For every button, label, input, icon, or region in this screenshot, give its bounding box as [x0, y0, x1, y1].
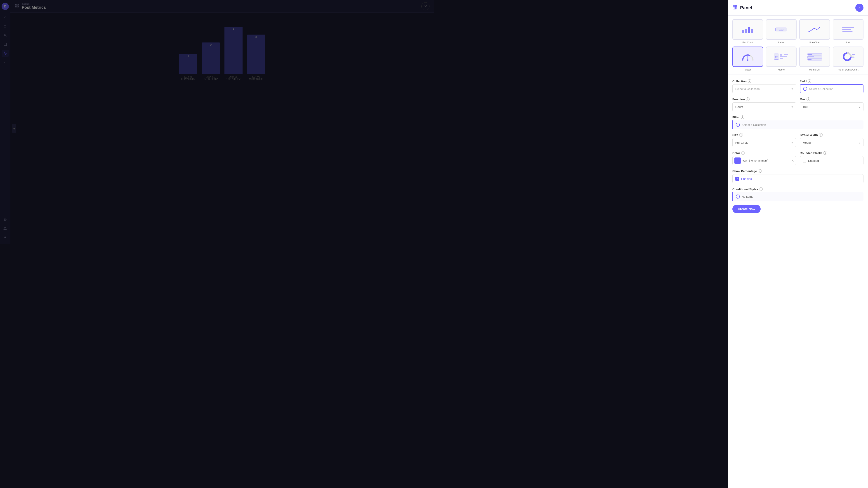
modal-overlay[interactable] — [0, 0, 434, 244]
